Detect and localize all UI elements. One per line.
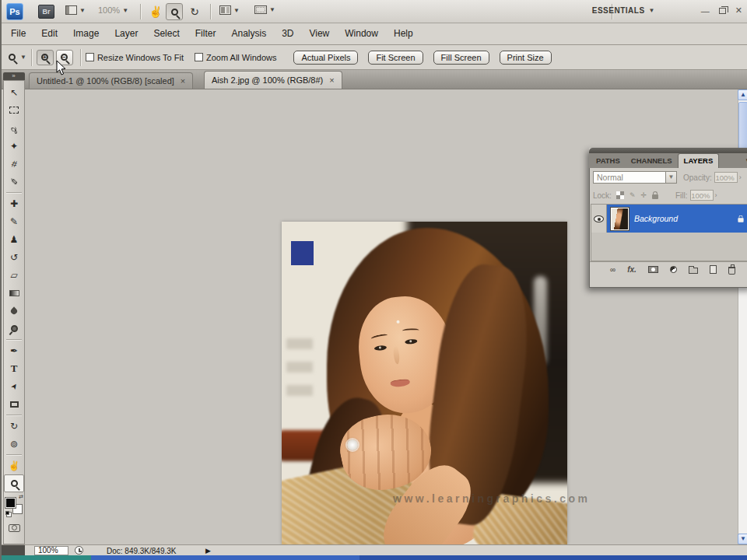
zoom-all-windows-checkbox[interactable]: Zoom All Windows [195,53,276,62]
menu-file[interactable]: File [3,23,33,44]
lock-all[interactable] [652,194,658,199]
foreground-color-swatch[interactable] [5,498,16,508]
3d-orbit-tool-icon: ⊚ [10,439,18,450]
lasso-tool[interactable]: ℘ [4,119,24,137]
layer-thumbnail[interactable] [611,208,629,230]
scroll-up-button[interactable]: ▲ [738,89,747,100]
type-tool[interactable]: T [4,359,24,377]
blend-mode-select[interactable]: Normal ▼ [593,171,677,184]
fit-screen-button[interactable]: Fit Screen [368,51,423,65]
view-extras-button[interactable]: ▼ [65,5,86,15]
tab-paths[interactable]: PATHS [591,154,626,168]
fill-value[interactable]: 100% [690,190,714,201]
new-group-button[interactable] [689,268,698,274]
status-flyout-arrow[interactable]: ▶ [205,547,211,555]
rotate-view-button[interactable]: ↻ [186,3,203,20]
hand-tool-button[interactable]: ✌ [147,3,164,20]
quick-mask-mode-button[interactable] [4,519,24,537]
zoom-level-dropdown[interactable]: 100% ▼ [98,5,128,15]
layer-name[interactable]: Background [634,214,738,223]
document-tab-aish2[interactable]: Aish 2.jpg @ 100% (RGB/8#) × [204,71,342,89]
separator [140,4,141,19]
tab-layers[interactable]: LAYERS [678,153,720,168]
toolbox-collapse-header[interactable]: » [3,72,25,80]
status-zoom-field[interactable]: 100% [34,546,68,555]
zoom-tool[interactable] [4,474,24,492]
minimize-button[interactable]: — [701,6,710,16]
eraser-tool[interactable]: ▱ [4,266,24,284]
menu-help[interactable]: Help [386,23,421,44]
3d-rotate-tool[interactable]: ↻ [4,417,24,435]
add-layer-mask-button[interactable] [648,266,658,273]
zoom-in-button[interactable]: + [37,50,54,65]
color-swatches[interactable]: ⇄ [5,495,23,514]
menu-edit[interactable]: Edit [33,23,65,44]
hand-tool[interactable]: ✌ [4,457,24,474]
blur-tool[interactable] [4,302,24,320]
new-layer-button[interactable] [710,265,717,274]
quick-selection-tool[interactable]: ✦ [4,137,24,155]
clone-stamp-tool[interactable]: ♟ [4,230,24,248]
arrange-documents-button[interactable]: ▼ [219,5,240,15]
3d-orbit-tool[interactable]: ⊚ [4,435,24,453]
lock-image-pixels[interactable]: ✎ [630,191,636,199]
fill-spinner-icon[interactable]: › [715,191,717,199]
workspace-switcher[interactable]: ESSENTIALS ▼ [592,6,655,15]
menu-filter[interactable]: Filter [188,23,224,44]
dodge-tool[interactable] [4,320,24,338]
tool-preset-caret-icon[interactable]: ▼ [20,54,26,61]
zoom-tool-button[interactable] [166,3,183,20]
shape-tool[interactable] [4,395,24,413]
scroll-down-button[interactable]: ▼ [738,534,747,544]
fill-screen-button[interactable]: Fill Screen [433,51,489,65]
brush-tool[interactable]: ✎ [4,212,24,230]
menu-analysis[interactable]: Analysis [223,23,274,44]
panel-drag-bar[interactable] [589,148,747,153]
menu-3d[interactable]: 3D [274,23,301,44]
pen-tool-icon: ✒ [10,345,18,356]
menu-select[interactable]: Select [146,23,187,44]
opacity-value[interactable]: 100% [714,172,738,183]
pen-tool[interactable]: ✒ [4,341,24,359]
path-selection-tool[interactable]: ➤ [4,377,24,395]
lock-position[interactable]: ✛ [640,191,647,199]
menu-image[interactable]: Image [65,23,107,44]
rectangular-marquee-tool[interactable] [4,101,24,119]
panel-tab-bar: PATHS CHANNELS LAYERS ▼ [589,153,747,168]
spot-healing-brush-tool[interactable]: ✚ [4,194,24,212]
crop-tool[interactable]: # [4,155,24,173]
launch-bridge-button[interactable]: Br [38,5,54,19]
print-size-button[interactable]: Print Size [500,51,552,65]
document-tab-untitled[interactable]: Untitled-1 @ 100% (RGB/8) [scaled] × [29,72,193,89]
close-icon[interactable]: × [181,76,185,86]
layer-visibility-toggle[interactable] [591,205,607,233]
close-icon[interactable]: × [329,75,334,85]
eyedropper-tool[interactable]: ✐ [4,173,24,191]
move-tool[interactable]: ↖ [4,83,24,101]
actual-pixels-button[interactable]: Actual Pixels [293,51,358,65]
menu-layer[interactable]: Layer [107,23,146,44]
document-size-info[interactable]: Doc: 849.3K/849.3K [107,547,177,555]
menu-window[interactable]: Window [337,23,386,44]
eye-icon [594,215,604,222]
new-adjustment-layer-button[interactable] [670,266,677,273]
history-brush-tool[interactable]: ↺ [4,248,24,266]
layer-row-selected[interactable]: Background [607,205,747,233]
swap-colors-icon[interactable]: ⇄ [19,494,23,500]
lock-transparent-pixels[interactable] [616,191,624,199]
close-button[interactable]: ✕ [735,5,742,16]
delete-layer-button[interactable] [728,267,735,275]
screen-mode-button[interactable]: ▼ [254,5,275,14]
tab-channels[interactable]: CHANNELS [626,154,678,168]
document-tab-strip: » Untitled-1 @ 100% (RGB/8) [scaled] × A… [2,70,747,89]
gradient-tool[interactable] [4,284,24,302]
opacity-spinner-icon[interactable]: › [739,173,742,181]
default-colors-icon[interactable] [5,511,9,515]
layer-row-background[interactable]: Background [591,205,747,233]
resize-windows-checkbox[interactable]: Resize Windows To Fit [86,53,184,62]
restore-button[interactable] [719,8,726,14]
link-layers-button[interactable]: ∞ [610,265,615,274]
menu-view[interactable]: View [301,23,337,44]
add-layer-style-button[interactable]: fx. [627,265,637,274]
lasso-tool-icon: ℘ [11,123,17,134]
